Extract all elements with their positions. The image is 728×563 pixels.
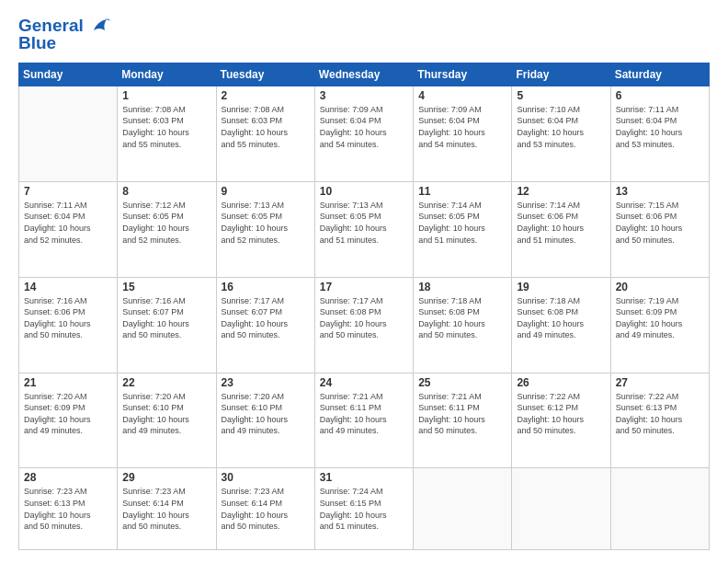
page: General Blue SundayMondayTuesdayWednesda…: [0, 0, 728, 563]
calendar-cell: 18Sunrise: 7:18 AM Sunset: 6:08 PM Dayli…: [414, 277, 512, 373]
calendar-cell: 3Sunrise: 7:09 AM Sunset: 6:04 PM Daylig…: [314, 86, 413, 181]
day-info: Sunrise: 7:08 AM Sunset: 6:03 PM Dayligh…: [222, 104, 310, 150]
day-header-friday: Friday: [512, 63, 610, 86]
day-number: 22: [122, 376, 210, 389]
logo-blue: Blue: [18, 34, 110, 53]
day-info: Sunrise: 7:17 AM Sunset: 6:07 PM Dayligh…: [222, 295, 310, 341]
day-number: 11: [418, 185, 506, 198]
calendar-cell: 30Sunrise: 7:23 AM Sunset: 6:14 PM Dayli…: [216, 468, 314, 550]
calendar-cell: 19Sunrise: 7:18 AM Sunset: 6:08 PM Dayli…: [512, 277, 610, 373]
calendar-cell: 29Sunrise: 7:23 AM Sunset: 6:14 PM Dayli…: [118, 468, 216, 550]
day-info: Sunrise: 7:20 AM Sunset: 6:10 PM Dayligh…: [222, 391, 310, 437]
day-info: Sunrise: 7:09 AM Sunset: 6:04 PM Dayligh…: [418, 104, 506, 150]
calendar-cell: 11Sunrise: 7:14 AM Sunset: 6:05 PM Dayli…: [414, 181, 512, 277]
day-number: 15: [122, 281, 210, 293]
day-info: Sunrise: 7:21 AM Sunset: 6:11 PM Dayligh…: [320, 391, 408, 437]
day-info: Sunrise: 7:13 AM Sunset: 6:05 PM Dayligh…: [320, 200, 408, 246]
calendar-week-row: 28Sunrise: 7:23 AM Sunset: 6:13 PM Dayli…: [19, 468, 710, 550]
logo-general: General: [18, 16, 84, 35]
day-number: 5: [517, 89, 605, 102]
day-info: Sunrise: 7:14 AM Sunset: 6:06 PM Dayligh…: [517, 200, 605, 246]
day-info: Sunrise: 7:18 AM Sunset: 6:08 PM Dayligh…: [418, 295, 506, 341]
day-number: 4: [418, 89, 506, 102]
calendar-cell: 17Sunrise: 7:17 AM Sunset: 6:08 PM Dayli…: [314, 277, 413, 373]
day-info: Sunrise: 7:09 AM Sunset: 6:04 PM Dayligh…: [320, 104, 408, 150]
calendar-cell: [19, 86, 118, 181]
day-header-tuesday: Tuesday: [216, 63, 314, 86]
calendar-cell: 7Sunrise: 7:11 AM Sunset: 6:04 PM Daylig…: [19, 181, 118, 277]
day-info: Sunrise: 7:11 AM Sunset: 6:04 PM Dayligh…: [616, 104, 704, 150]
calendar-cell: 9Sunrise: 7:13 AM Sunset: 6:05 PM Daylig…: [216, 181, 314, 277]
day-number: 23: [222, 376, 310, 389]
day-number: 16: [222, 281, 310, 293]
day-info: Sunrise: 7:17 AM Sunset: 6:08 PM Dayligh…: [320, 295, 408, 341]
calendar-week-row: 7Sunrise: 7:11 AM Sunset: 6:04 PM Daylig…: [19, 181, 710, 277]
calendar-week-row: 14Sunrise: 7:16 AM Sunset: 6:06 PM Dayli…: [19, 277, 710, 373]
calendar-cell: 13Sunrise: 7:15 AM Sunset: 6:06 PM Dayli…: [610, 181, 709, 277]
calendar-cell: 28Sunrise: 7:23 AM Sunset: 6:13 PM Dayli…: [19, 468, 118, 550]
day-info: Sunrise: 7:20 AM Sunset: 6:09 PM Dayligh…: [24, 391, 112, 437]
day-header-monday: Monday: [118, 63, 216, 86]
day-number: 24: [320, 376, 408, 389]
day-info: Sunrise: 7:08 AM Sunset: 6:03 PM Dayligh…: [122, 104, 210, 150]
day-number: 18: [418, 281, 506, 293]
day-number: 13: [616, 185, 704, 198]
header: General Blue: [18, 17, 710, 53]
calendar-cell: 5Sunrise: 7:10 AM Sunset: 6:04 PM Daylig…: [512, 86, 610, 181]
day-info: Sunrise: 7:22 AM Sunset: 6:12 PM Dayligh…: [517, 391, 605, 437]
calendar-cell: 21Sunrise: 7:20 AM Sunset: 6:09 PM Dayli…: [19, 373, 118, 468]
day-number: 6: [616, 89, 704, 102]
day-number: 8: [122, 185, 210, 198]
day-info: Sunrise: 7:21 AM Sunset: 6:11 PM Dayligh…: [418, 391, 506, 437]
day-info: Sunrise: 7:14 AM Sunset: 6:05 PM Dayligh…: [418, 200, 506, 246]
day-header-sunday: Sunday: [19, 63, 118, 86]
calendar-table: SundayMondayTuesdayWednesdayThursdayFrid…: [18, 63, 710, 550]
day-info: Sunrise: 7:22 AM Sunset: 6:13 PM Dayligh…: [616, 391, 704, 437]
calendar-cell: 24Sunrise: 7:21 AM Sunset: 6:11 PM Dayli…: [314, 373, 413, 468]
day-info: Sunrise: 7:10 AM Sunset: 6:04 PM Dayligh…: [517, 104, 605, 150]
calendar-cell: 12Sunrise: 7:14 AM Sunset: 6:06 PM Dayli…: [512, 181, 610, 277]
calendar-cell: 4Sunrise: 7:09 AM Sunset: 6:04 PM Daylig…: [414, 86, 512, 181]
day-info: Sunrise: 7:16 AM Sunset: 6:07 PM Dayligh…: [122, 295, 210, 341]
day-info: Sunrise: 7:13 AM Sunset: 6:05 PM Dayligh…: [222, 200, 310, 246]
day-number: 2: [222, 89, 310, 102]
calendar-cell: 14Sunrise: 7:16 AM Sunset: 6:06 PM Dayli…: [19, 277, 118, 373]
day-number: 26: [517, 376, 605, 389]
day-number: 17: [320, 281, 408, 293]
calendar-cell: 23Sunrise: 7:20 AM Sunset: 6:10 PM Dayli…: [216, 373, 314, 468]
day-number: 25: [418, 376, 506, 389]
day-header-saturday: Saturday: [610, 63, 709, 86]
day-number: 14: [24, 281, 112, 293]
calendar-cell: 27Sunrise: 7:22 AM Sunset: 6:13 PM Dayli…: [610, 373, 709, 468]
day-info: Sunrise: 7:23 AM Sunset: 6:14 PM Dayligh…: [122, 486, 210, 532]
day-header-thursday: Thursday: [414, 63, 512, 86]
day-number: 20: [616, 281, 704, 293]
day-info: Sunrise: 7:19 AM Sunset: 6:09 PM Dayligh…: [616, 295, 704, 341]
day-info: Sunrise: 7:24 AM Sunset: 6:15 PM Dayligh…: [320, 486, 408, 532]
day-number: 30: [222, 471, 310, 484]
day-info: Sunrise: 7:23 AM Sunset: 6:13 PM Dayligh…: [24, 486, 112, 532]
day-info: Sunrise: 7:18 AM Sunset: 6:08 PM Dayligh…: [517, 295, 605, 341]
calendar-cell: 31Sunrise: 7:24 AM Sunset: 6:15 PM Dayli…: [314, 468, 413, 550]
day-number: 10: [320, 185, 408, 198]
calendar-header-row: SundayMondayTuesdayWednesdayThursdayFrid…: [19, 63, 710, 86]
day-number: 7: [24, 185, 112, 198]
logo-bird-icon: [90, 17, 110, 34]
day-info: Sunrise: 7:20 AM Sunset: 6:10 PM Dayligh…: [122, 391, 210, 437]
calendar-cell: 25Sunrise: 7:21 AM Sunset: 6:11 PM Dayli…: [414, 373, 512, 468]
day-number: 9: [222, 185, 310, 198]
day-info: Sunrise: 7:11 AM Sunset: 6:04 PM Dayligh…: [24, 200, 112, 246]
day-header-wednesday: Wednesday: [314, 63, 413, 86]
calendar-cell: 15Sunrise: 7:16 AM Sunset: 6:07 PM Dayli…: [118, 277, 216, 373]
day-number: 27: [616, 376, 704, 389]
calendar-cell: 10Sunrise: 7:13 AM Sunset: 6:05 PM Dayli…: [314, 181, 413, 277]
day-number: 12: [517, 185, 605, 198]
calendar-cell: 20Sunrise: 7:19 AM Sunset: 6:09 PM Dayli…: [610, 277, 709, 373]
day-number: 19: [517, 281, 605, 293]
calendar-week-row: 21Sunrise: 7:20 AM Sunset: 6:09 PM Dayli…: [19, 373, 710, 468]
calendar-cell: 8Sunrise: 7:12 AM Sunset: 6:05 PM Daylig…: [118, 181, 216, 277]
calendar-week-row: 1Sunrise: 7:08 AM Sunset: 6:03 PM Daylig…: [19, 86, 710, 181]
day-info: Sunrise: 7:23 AM Sunset: 6:14 PM Dayligh…: [222, 486, 310, 532]
calendar-cell: 2Sunrise: 7:08 AM Sunset: 6:03 PM Daylig…: [216, 86, 314, 181]
calendar-cell: [414, 468, 512, 550]
